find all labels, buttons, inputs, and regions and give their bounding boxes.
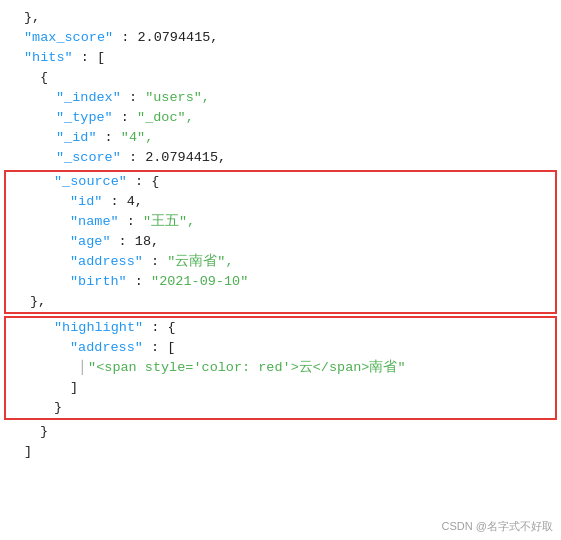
val-id: "4", (121, 128, 153, 148)
line-highlight-open: "highlight" : { (6, 318, 555, 338)
line-arr-close: ] (0, 442, 561, 462)
key-hits: "hits" (24, 48, 73, 68)
line-max-score: "max_score" : 2.0794415, (0, 28, 561, 48)
watermark: CSDN @名字式不好取 (442, 519, 553, 534)
val-highlight-value: "<span style='color: red'>云</span>南省" (88, 358, 405, 378)
line-hits: "hits" : [ (0, 48, 561, 68)
key-address: "address" (70, 252, 143, 272)
key-age: "age" (70, 232, 111, 252)
val-max-score: 2.0794415, (137, 28, 218, 48)
key-hl-address: "address" (70, 338, 143, 358)
line-age-val: "age" : 18, (6, 232, 555, 252)
key-name: "name" (70, 212, 119, 232)
key-type: "_type" (56, 108, 113, 128)
line-highlight-value: │ "<span style='color: red'>云</span>南省" (6, 358, 555, 378)
val-name: "王五", (143, 212, 195, 232)
key-source: "_source" (54, 172, 127, 192)
val-birth: "2021-09-10" (151, 272, 248, 292)
line-score: "_score" : 2.0794415, (0, 148, 561, 168)
key-max-score: "max_score" (24, 28, 113, 48)
line-type: "_type" : "_doc", (0, 108, 561, 128)
key-id-inner: "id" (70, 192, 102, 212)
key-id: "_id" (56, 128, 97, 148)
line-id: "_id" : "4", (0, 128, 561, 148)
code-container: }, "max_score" : 2.0794415, "hits" : [ {… (0, 0, 561, 540)
key-index: "_index" (56, 88, 121, 108)
key-score: "_score" (56, 148, 121, 168)
val-score: 2.0794415, (145, 148, 226, 168)
line-index: "_index" : "users", (0, 88, 561, 108)
val-type: "_doc", (137, 108, 194, 128)
key-birth: "birth" (70, 272, 127, 292)
line-source-open: "_source" : { (6, 172, 555, 192)
line-open-brace: { (0, 68, 561, 88)
text: }, (24, 8, 40, 28)
line-highlight-address: "address" : [ (6, 338, 555, 358)
val-address: "云南省", (167, 252, 233, 272)
line-highlight-bracket-close: ] (6, 378, 555, 398)
line-address-val: "address" : "云南省", (6, 252, 555, 272)
key-highlight: "highlight" (54, 318, 143, 338)
line-obj-close: } (0, 422, 561, 442)
line-closing-brace: }, (0, 8, 561, 28)
line-highlight-close: } (6, 398, 555, 418)
bar-char: │ (78, 358, 86, 378)
line-name-val: "name" : "王五", (6, 212, 555, 232)
source-box: "_source" : { "id" : 4, "name" : "王五", "… (4, 170, 557, 314)
val-index: "users", (145, 88, 210, 108)
val-id-inner: 4, (127, 192, 143, 212)
line-birth-val: "birth" : "2021-09-10" (6, 272, 555, 292)
line-id-val: "id" : 4, (6, 192, 555, 212)
val-age: 18, (135, 232, 159, 252)
highlight-box: "highlight" : { "address" : [ │ "<span s… (4, 316, 557, 420)
line-source-close: }, (6, 292, 555, 312)
